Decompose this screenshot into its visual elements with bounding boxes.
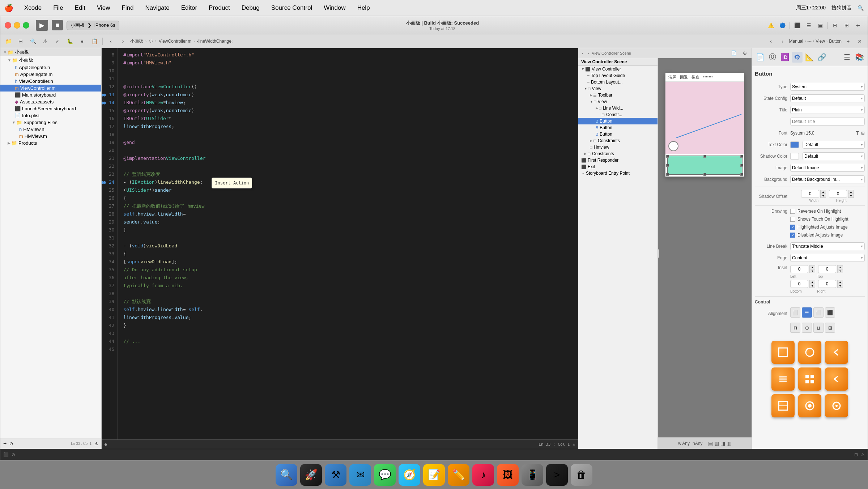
file-appdelegate-h[interactable]: h AppDelegate.h — [0, 64, 101, 71]
menu-find[interactable]: Find — [119, 4, 136, 12]
dock-simulator[interactable]: 📱 — [522, 464, 543, 486]
align-right-icon[interactable]: ⬜ — [813, 307, 824, 318]
ib-breadcrumb-view[interactable]: View — [816, 39, 825, 44]
menu-view[interactable]: View — [95, 4, 112, 12]
ib-breadcrumb-manual[interactable]: Manual — [789, 39, 803, 44]
inset-right-stepper[interactable]: ▲ ▼ — [837, 280, 843, 288]
dock-xcode[interactable]: ⚒ — [325, 464, 346, 486]
menu-input-method[interactable]: 搜狗拼音 — [831, 5, 852, 11]
forward-nav-icon[interactable]: › — [118, 36, 128, 46]
align-center-icon[interactable]: ☰ — [802, 307, 812, 318]
insp-size-icon[interactable]: 📐 — [804, 52, 815, 63]
breadcrumb-file[interactable]: ViewController.m — [159, 39, 191, 44]
image-select[interactable]: Default Image — [790, 164, 865, 172]
inset-right-down[interactable]: ▼ — [837, 284, 843, 288]
ib-close-icon[interactable]: ✕ — [855, 36, 865, 46]
inset-top-down[interactable]: ▼ — [837, 269, 843, 273]
close-button[interactable] — [5, 22, 11, 29]
ib-docs-icon[interactable]: 📄 — [729, 48, 739, 58]
folder-xiaohb[interactable]: ▼ 📁 小画板 — [0, 56, 101, 64]
ib-add-icon[interactable]: + — [843, 36, 853, 46]
insp-background-value[interactable]: Default Background Im... — [790, 175, 865, 183]
align-fill-icon[interactable]: ⬛ — [825, 307, 835, 318]
ln-24[interactable]: ● 24 — [102, 178, 117, 186]
ib-forward-btn[interactable]: › — [586, 51, 591, 56]
hide-inspector-icon[interactable]: ▣ — [815, 20, 825, 30]
shadow-h-input[interactable] — [829, 190, 847, 198]
shadow-w-up[interactable]: ▲ — [820, 190, 826, 194]
file-info-plist[interactable]: 📄 Info.plist — [0, 112, 101, 119]
dock-photos[interactable]: 🖼 — [497, 464, 519, 486]
ctrl-btn-7[interactable] — [771, 394, 795, 417]
insp-linebreak-value[interactable]: Truncate Middle — [790, 242, 865, 250]
scene-button-selected[interactable]: B Button — [578, 118, 658, 124]
inset-bottom-down[interactable]: ▼ — [809, 284, 815, 288]
breadcrumb-project[interactable]: 小画板 — [130, 38, 143, 44]
debug-icon[interactable]: ☰ — [804, 20, 814, 30]
ctrl-btn-5[interactable] — [798, 367, 821, 391]
insp-state-value[interactable]: Default — [790, 94, 865, 102]
ib-forward-icon[interactable]: › — [778, 36, 788, 46]
code-content[interactable]: 8 9 10 11 12 ● 13 ● 14 15 16 17 18 19 20… — [102, 48, 578, 439]
scene-linewidth[interactable]: ▶ □ Line Wid... — [578, 105, 658, 111]
menu-editor[interactable]: Editor — [179, 4, 199, 12]
valign-fill-icon[interactable]: ⊞ — [825, 323, 835, 333]
insp-connections-icon[interactable]: 🔗 — [816, 52, 827, 63]
ctrl-btn-9[interactable] — [825, 394, 848, 417]
insp-font-edit-icon[interactable]: T — [856, 130, 859, 136]
menu-window[interactable]: Window — [322, 4, 348, 12]
folder-nav-icon[interactable]: 📁 — [3, 36, 13, 46]
insp-font-adjust-icon[interactable]: ⊞ — [861, 131, 865, 136]
folder-products[interactable]: ▶ 📁 Products — [0, 140, 101, 146]
inset-left-input[interactable] — [790, 265, 808, 273]
menu-navigate[interactable]: Navigate — [143, 4, 172, 12]
symbols-nav-icon[interactable]: ⊟ — [16, 36, 26, 46]
scene-top-layout[interactable]: ━ Top Layout Guide — [578, 72, 658, 79]
project-root[interactable]: ▼ 📁 小画板 — [0, 48, 101, 56]
text-color-swatch[interactable] — [790, 141, 799, 148]
file-main-storyboard[interactable]: ⬛ Main.storyboard — [0, 92, 101, 98]
insp-attributes-icon[interactable]: ⚙ — [792, 52, 803, 63]
scene-constr[interactable]: ⊟ Constr... — [578, 111, 658, 118]
breadcrumb-folder[interactable]: 小 — [149, 38, 153, 44]
inset-top-stepper[interactable]: ▲ ▼ — [837, 265, 843, 273]
search-icon[interactable]: 🔍 — [858, 5, 864, 11]
shadow-h-up[interactable]: ▲ — [848, 190, 854, 194]
debug-var-icon[interactable]: ⊙ — [12, 452, 15, 457]
insp-state-select[interactable]: Default — [790, 94, 865, 102]
ctrl-btn-3[interactable] — [825, 341, 848, 364]
layout-version-icon[interactable]: ⬅ — [853, 20, 863, 30]
dock-launchpad[interactable]: 🚀 — [300, 464, 322, 486]
valign-center-icon[interactable]: ⊙ — [802, 323, 812, 333]
menu-product[interactable]: Product — [207, 4, 232, 12]
ctrl-btn-4[interactable] — [771, 367, 795, 391]
ctrl-btn-1[interactable] — [771, 341, 795, 364]
shadow-h-stepper[interactable]: ▲ ▼ — [848, 190, 854, 198]
inset-bottom-stepper[interactable]: ▲ ▼ — [809, 280, 815, 288]
ctrl-btn-8[interactable] — [798, 394, 821, 417]
code-text[interactable]: #import "ViewController.h" #import "HMVi… — [118, 48, 578, 439]
back-nav-icon[interactable]: ‹ — [106, 36, 116, 46]
inset-left-stepper[interactable]: ▲ ▼ — [809, 265, 815, 273]
menu-file[interactable]: File — [51, 4, 65, 12]
inset-bottom-up[interactable]: ▲ — [809, 280, 815, 284]
shadow-color-select[interactable]: Default — [803, 152, 865, 160]
dock-terminal[interactable]: > — [546, 464, 568, 486]
insp-show-icon[interactable]: ☰ — [842, 52, 852, 63]
scene-hmview[interactable]: □ Hmview — [578, 144, 658, 150]
dock-notes[interactable]: 📝 — [423, 464, 445, 486]
dock-finder[interactable]: 🔍 — [276, 464, 297, 486]
maximize-button[interactable] — [23, 22, 29, 29]
valign-top-icon[interactable]: ⊓ — [790, 323, 800, 333]
stop-button[interactable]: ■ — [52, 20, 63, 30]
collapse-scene-arrow[interactable]: › — [658, 249, 659, 258]
ib-back-btn[interactable]: ‹ — [580, 51, 585, 56]
menu-edit[interactable]: Edit — [73, 4, 88, 12]
add-file-icon[interactable]: + — [3, 441, 7, 447]
ib-zoom-icon[interactable]: ⊕ — [740, 48, 749, 58]
background-select[interactable]: Default Background Im... — [790, 175, 865, 183]
valign-bottom-icon[interactable]: ⊔ — [813, 323, 824, 333]
disabled-checkbox[interactable]: ✓ — [790, 233, 795, 238]
report-nav-icon[interactable]: 📋 — [89, 36, 99, 46]
debug-warnings-icon[interactable]: ⚠ — [861, 452, 865, 457]
